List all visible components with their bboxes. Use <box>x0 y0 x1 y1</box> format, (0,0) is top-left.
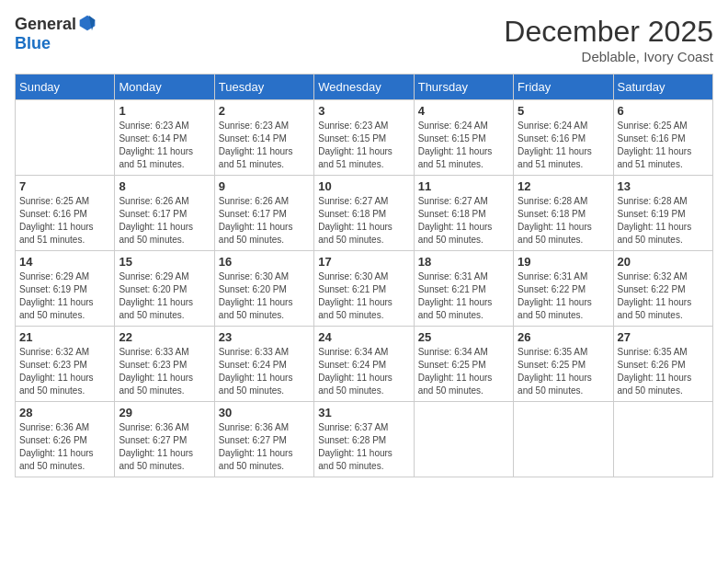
calendar-cell: 18Sunrise: 6:31 AMSunset: 6:21 PMDayligh… <box>414 251 513 327</box>
day-info: Sunrise: 6:30 AMSunset: 6:20 PMDaylight:… <box>219 270 310 322</box>
day-info: Sunrise: 6:27 AMSunset: 6:18 PMDaylight:… <box>318 195 409 247</box>
calendar-cell: 5Sunrise: 6:24 AMSunset: 6:16 PMDaylight… <box>514 100 613 176</box>
calendar-cell: 3Sunrise: 6:23 AMSunset: 6:15 PMDaylight… <box>314 100 414 176</box>
calendar-cell: 24Sunrise: 6:34 AMSunset: 6:24 PMDayligh… <box>314 327 414 402</box>
day-info: Sunrise: 6:26 AMSunset: 6:17 PMDaylight:… <box>119 195 210 247</box>
calendar-cell <box>613 402 712 477</box>
day-info: Sunrise: 6:28 AMSunset: 6:19 PMDaylight:… <box>618 195 709 247</box>
day-number: 9 <box>219 179 310 193</box>
weekday-header-saturday: Saturday <box>613 75 712 100</box>
weekday-header-tuesday: Tuesday <box>214 75 313 100</box>
calendar-cell: 4Sunrise: 6:24 AMSunset: 6:15 PMDaylight… <box>414 100 513 176</box>
day-info: Sunrise: 6:33 AMSunset: 6:24 PMDaylight:… <box>219 346 310 397</box>
calendar-cell: 7Sunrise: 6:25 AMSunset: 6:16 PMDaylight… <box>16 176 115 251</box>
day-number: 20 <box>618 255 709 269</box>
calendar-table: SundayMondayTuesdayWednesdayThursdayFrid… <box>15 74 713 477</box>
day-number: 22 <box>119 330 210 344</box>
calendar-cell <box>514 402 613 477</box>
day-number: 8 <box>119 179 210 193</box>
calendar-cell: 26Sunrise: 6:35 AMSunset: 6:25 PMDayligh… <box>514 327 613 402</box>
day-number: 12 <box>518 179 609 193</box>
day-info: Sunrise: 6:34 AMSunset: 6:25 PMDaylight:… <box>418 346 509 397</box>
day-number: 4 <box>418 104 509 118</box>
calendar-cell: 10Sunrise: 6:27 AMSunset: 6:18 PMDayligh… <box>314 176 414 251</box>
day-info: Sunrise: 6:33 AMSunset: 6:23 PMDaylight:… <box>119 346 210 397</box>
day-number: 6 <box>618 104 709 118</box>
day-info: Sunrise: 6:29 AMSunset: 6:20 PMDaylight:… <box>119 270 210 322</box>
day-info: Sunrise: 6:25 AMSunset: 6:16 PMDaylight:… <box>19 195 110 247</box>
weekday-header-friday: Friday <box>514 75 613 100</box>
day-info: Sunrise: 6:37 AMSunset: 6:28 PMDaylight:… <box>318 421 409 473</box>
day-info: Sunrise: 6:36 AMSunset: 6:26 PMDaylight:… <box>19 421 110 473</box>
day-info: Sunrise: 6:26 AMSunset: 6:17 PMDaylight:… <box>219 195 310 247</box>
calendar-cell: 1Sunrise: 6:23 AMSunset: 6:14 PMDaylight… <box>115 100 214 176</box>
day-number: 29 <box>119 406 210 419</box>
logo-icon <box>78 14 97 32</box>
calendar-cell: 22Sunrise: 6:33 AMSunset: 6:23 PMDayligh… <box>115 327 214 402</box>
weekday-header-wednesday: Wednesday <box>314 75 414 100</box>
calendar-week-3: 21Sunrise: 6:32 AMSunset: 6:23 PMDayligh… <box>16 327 713 402</box>
calendar-cell: 14Sunrise: 6:29 AMSunset: 6:19 PMDayligh… <box>16 251 115 327</box>
calendar-cell <box>414 402 513 477</box>
day-number: 27 <box>618 330 709 344</box>
day-number: 7 <box>19 179 110 193</box>
day-info: Sunrise: 6:36 AMSunset: 6:27 PMDaylight:… <box>119 421 210 473</box>
day-number: 1 <box>119 104 210 118</box>
day-info: Sunrise: 6:35 AMSunset: 6:25 PMDaylight:… <box>518 346 609 397</box>
calendar-cell: 9Sunrise: 6:26 AMSunset: 6:17 PMDaylight… <box>214 176 313 251</box>
weekday-header-monday: Monday <box>115 75 214 100</box>
day-number: 23 <box>219 330 310 344</box>
calendar-cell: 30Sunrise: 6:36 AMSunset: 6:27 PMDayligh… <box>214 402 313 477</box>
calendar-week-0: 1Sunrise: 6:23 AMSunset: 6:14 PMDaylight… <box>16 100 713 176</box>
month-title: December 2025 <box>504 15 713 49</box>
day-number: 16 <box>219 255 310 269</box>
calendar-cell: 2Sunrise: 6:23 AMSunset: 6:14 PMDaylight… <box>214 100 313 176</box>
day-info: Sunrise: 6:23 AMSunset: 6:14 PMDaylight:… <box>119 120 210 171</box>
day-info: Sunrise: 6:25 AMSunset: 6:16 PMDaylight:… <box>618 120 709 171</box>
location-title: Deblable, Ivory Coast <box>504 49 713 64</box>
title-block: December 2025 Deblable, Ivory Coast <box>504 15 713 64</box>
calendar-cell: 20Sunrise: 6:32 AMSunset: 6:22 PMDayligh… <box>613 251 712 327</box>
calendar-cell: 19Sunrise: 6:31 AMSunset: 6:22 PMDayligh… <box>514 251 613 327</box>
day-info: Sunrise: 6:24 AMSunset: 6:15 PMDaylight:… <box>418 120 509 171</box>
calendar-cell <box>16 100 115 176</box>
day-info: Sunrise: 6:28 AMSunset: 6:18 PMDaylight:… <box>518 195 609 247</box>
logo-blue-text: Blue <box>15 34 51 53</box>
calendar-cell: 16Sunrise: 6:30 AMSunset: 6:20 PMDayligh… <box>214 251 313 327</box>
logo-general-text: General <box>15 15 76 34</box>
day-number: 15 <box>119 255 210 269</box>
day-info: Sunrise: 6:31 AMSunset: 6:22 PMDaylight:… <box>518 270 609 322</box>
day-number: 30 <box>219 406 310 419</box>
day-number: 17 <box>318 255 409 269</box>
day-info: Sunrise: 6:32 AMSunset: 6:23 PMDaylight:… <box>19 346 110 397</box>
day-info: Sunrise: 6:35 AMSunset: 6:26 PMDaylight:… <box>618 346 709 397</box>
weekday-header-row: SundayMondayTuesdayWednesdayThursdayFrid… <box>16 75 713 100</box>
day-number: 28 <box>19 406 110 419</box>
calendar-cell: 31Sunrise: 6:37 AMSunset: 6:28 PMDayligh… <box>314 402 414 477</box>
day-info: Sunrise: 6:32 AMSunset: 6:22 PMDaylight:… <box>618 270 709 322</box>
logo: General Blue <box>15 15 97 53</box>
day-number: 21 <box>19 330 110 344</box>
calendar-cell: 6Sunrise: 6:25 AMSunset: 6:16 PMDaylight… <box>613 100 712 176</box>
day-info: Sunrise: 6:27 AMSunset: 6:18 PMDaylight:… <box>418 195 509 247</box>
calendar-week-1: 7Sunrise: 6:25 AMSunset: 6:16 PMDaylight… <box>16 176 713 251</box>
weekday-header-thursday: Thursday <box>414 75 513 100</box>
calendar-cell: 13Sunrise: 6:28 AMSunset: 6:19 PMDayligh… <box>613 176 712 251</box>
calendar-cell: 21Sunrise: 6:32 AMSunset: 6:23 PMDayligh… <box>16 327 115 402</box>
day-info: Sunrise: 6:31 AMSunset: 6:21 PMDaylight:… <box>418 270 509 322</box>
calendar-cell: 29Sunrise: 6:36 AMSunset: 6:27 PMDayligh… <box>115 402 214 477</box>
calendar-week-4: 28Sunrise: 6:36 AMSunset: 6:26 PMDayligh… <box>16 402 713 477</box>
day-info: Sunrise: 6:36 AMSunset: 6:27 PMDaylight:… <box>219 421 310 473</box>
calendar-cell: 8Sunrise: 6:26 AMSunset: 6:17 PMDaylight… <box>115 176 214 251</box>
calendar-cell: 28Sunrise: 6:36 AMSunset: 6:26 PMDayligh… <box>16 402 115 477</box>
day-number: 11 <box>418 179 509 193</box>
day-number: 13 <box>618 179 709 193</box>
day-number: 25 <box>418 330 509 344</box>
day-number: 24 <box>318 330 409 344</box>
calendar-cell: 11Sunrise: 6:27 AMSunset: 6:18 PMDayligh… <box>414 176 513 251</box>
calendar-cell: 25Sunrise: 6:34 AMSunset: 6:25 PMDayligh… <box>414 327 513 402</box>
day-number: 19 <box>518 255 609 269</box>
day-number: 10 <box>318 179 409 193</box>
day-number: 5 <box>518 104 609 118</box>
day-number: 18 <box>418 255 509 269</box>
